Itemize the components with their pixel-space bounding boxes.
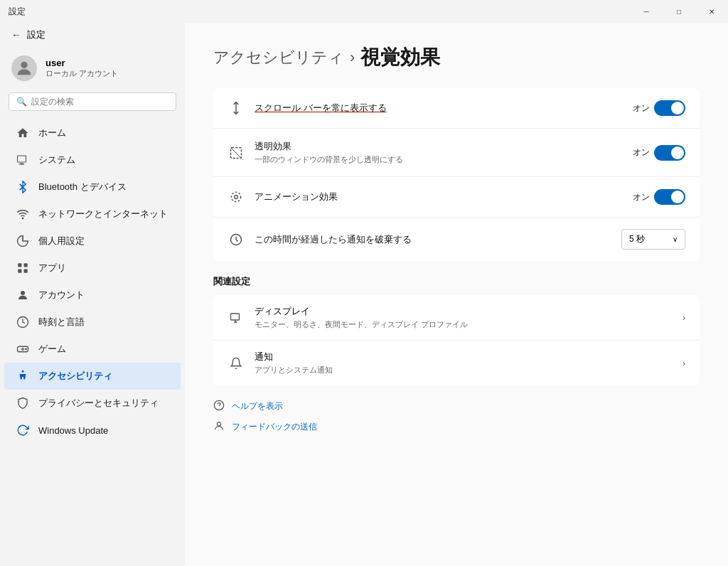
svg-point-17 <box>235 196 238 199</box>
apps-icon <box>16 261 30 275</box>
close-button[interactable]: ✕ <box>695 0 728 23</box>
sidebar-item-apps[interactable]: アプリ <box>4 255 181 282</box>
apps-label: アプリ <box>38 262 66 274</box>
svg-point-9 <box>21 291 25 295</box>
main-content: アクセシビリティ › 視覚効果 スクロール バーを常に表示するオン透明効果一部の… <box>185 23 728 566</box>
animation-toggle-label: オン <box>633 191 650 203</box>
notification-dismiss-dropdown-chevron: ∨ <box>673 235 678 243</box>
search-icon: 🔍 <box>16 97 27 107</box>
svg-point-14 <box>26 348 27 350</box>
related-card: ディスプレイモニター、明るさ、夜間モード、ディスプレイ プロファイル›通知アプリ… <box>213 295 700 385</box>
svg-point-25 <box>214 400 223 410</box>
display-title: ディスプレイ <box>255 305 673 318</box>
svg-point-27 <box>217 422 220 426</box>
display-icon <box>228 309 245 326</box>
sidebar: ← 設定 user ローカル アカウント 🔍 ホームシステムBluetooth … <box>0 23 185 566</box>
svg-rect-7 <box>18 269 21 273</box>
sidebar-item-time[interactable]: 時刻と言語 <box>4 309 181 336</box>
time-icon <box>16 315 30 329</box>
display-chevron-icon: › <box>682 313 685 323</box>
svg-point-0 <box>21 62 27 68</box>
sidebar-item-system[interactable]: システム <box>4 146 181 173</box>
sidebar-item-privacy[interactable]: プライバシーとセキュリティ <box>4 390 181 417</box>
svg-rect-22 <box>231 314 240 320</box>
back-button[interactable]: ← 設定 <box>0 23 185 47</box>
notifications-subtitle: アプリとシステム通知 <box>255 365 673 375</box>
maximize-button[interactable]: □ <box>663 0 695 23</box>
privacy-label: プライバシーとセキュリティ <box>38 397 159 410</box>
user-subtitle: ローカル アカウント <box>46 68 118 79</box>
titlebar-label-in-sidebar: 設定 <box>27 28 46 41</box>
system-icon <box>16 153 30 167</box>
animation-icon <box>228 188 245 205</box>
scrollbar-toggle[interactable] <box>654 100 685 116</box>
sidebar-item-personalization[interactable]: 個人用設定 <box>4 228 181 255</box>
animation-title: アニメーション効果 <box>255 191 623 203</box>
transparency-subtitle: 一部のウィンドウの背景を少し透明にする <box>255 154 623 165</box>
search-input[interactable] <box>31 97 168 107</box>
sidebar-item-home[interactable]: ホーム <box>4 119 181 146</box>
accounts-label: アカウント <box>38 289 85 301</box>
sidebar-item-bluetooth[interactable]: Bluetooth とデバイス <box>4 173 181 201</box>
scrollbar-toggle-label: オン <box>633 102 650 114</box>
transparency-toggle[interactable] <box>654 145 685 161</box>
scrollbar-text: スクロール バーを常に表示する <box>255 102 623 114</box>
svg-line-21 <box>236 240 238 242</box>
svg-rect-8 <box>24 269 28 273</box>
footer-link-help[interactable]: ヘルプを表示 <box>213 400 700 413</box>
scrollbar-icon <box>228 100 245 117</box>
settings-card: スクロール バーを常に表示するオン透明効果一部のウィンドウの背景を少し透明にする… <box>213 88 700 261</box>
home-label: ホーム <box>38 127 66 139</box>
notification-dismiss-dropdown-value: 5 秒 <box>629 233 645 245</box>
sidebar-item-gaming[interactable]: ゲーム <box>4 336 181 363</box>
sidebar-item-accessibility[interactable]: アクセシビリティ <box>4 363 181 390</box>
svg-rect-5 <box>18 263 21 267</box>
transparency-toggle-label: オン <box>633 146 650 159</box>
svg-point-15 <box>22 370 24 373</box>
avatar <box>11 55 37 81</box>
sidebar-item-network[interactable]: ネットワークとインターネット <box>4 201 181 228</box>
home-icon <box>16 126 30 140</box>
bluetooth-icon <box>16 180 30 194</box>
display-subtitle: モニター、明るさ、夜間モード、ディスプレイ プロファイル <box>255 319 673 330</box>
setting-row-notification-dismiss: この時間が経過したら通知を破棄する5 秒∨ <box>213 218 700 261</box>
sidebar-item-accounts[interactable]: アカウント <box>4 282 181 309</box>
breadcrumb-separator: › <box>350 48 355 67</box>
svg-rect-1 <box>18 156 26 162</box>
gaming-icon <box>16 342 30 356</box>
windows-update-icon <box>16 423 30 437</box>
titlebar-left: 設定 <box>9 6 26 18</box>
accounts-icon <box>16 288 30 302</box>
accessibility-label: アクセシビリティ <box>38 370 112 383</box>
user-section: user ローカル アカウント <box>0 47 185 92</box>
related-row-notifications[interactable]: 通知アプリとシステム通知› <box>213 341 700 385</box>
system-label: システム <box>38 154 75 166</box>
related-section-label: 関連設定 <box>213 275 700 288</box>
feedback-icon <box>213 420 225 434</box>
time-label: 時刻と言語 <box>38 316 85 329</box>
breadcrumb-current: 視覚効果 <box>360 44 440 71</box>
network-icon <box>16 207 30 221</box>
windows-update-label: Windows Update <box>38 425 108 436</box>
notification-dismiss-title: この時間が経過したら通知を破棄する <box>255 233 611 246</box>
breadcrumb-parent: アクセシビリティ <box>213 47 344 68</box>
setting-row-animation: アニメーション効果オン <box>213 177 700 218</box>
setting-row-transparency: 透明効果一部のウィンドウの背景を少し透明にするオン <box>213 129 700 177</box>
back-arrow-icon: ← <box>11 29 21 41</box>
bluetooth-label: Bluetooth とデバイス <box>38 181 127 193</box>
search-box[interactable]: 🔍 <box>9 92 176 111</box>
user-info: user ローカル アカウント <box>46 58 118 79</box>
svg-rect-6 <box>24 263 28 267</box>
personalization-icon <box>16 234 30 248</box>
personalization-label: 個人用設定 <box>38 235 85 247</box>
svg-point-18 <box>231 192 240 201</box>
related-row-display[interactable]: ディスプレイモニター、明るさ、夜間モード、ディスプレイ プロファイル› <box>213 295 700 341</box>
notification-dismiss-text: この時間が経過したら通知を破棄する <box>255 233 611 246</box>
footer-link-feedback[interactable]: フィードバックの送信 <box>213 420 700 434</box>
minimize-button[interactable]: ─ <box>630 0 663 23</box>
titlebar-controls: ─ □ ✕ <box>630 0 728 23</box>
notification-dismiss-dropdown[interactable]: 5 秒∨ <box>621 229 685 250</box>
animation-toggle[interactable] <box>654 189 685 205</box>
sidebar-item-windows-update[interactable]: Windows Update <box>4 417 181 444</box>
notification-dismiss-icon <box>228 231 245 248</box>
